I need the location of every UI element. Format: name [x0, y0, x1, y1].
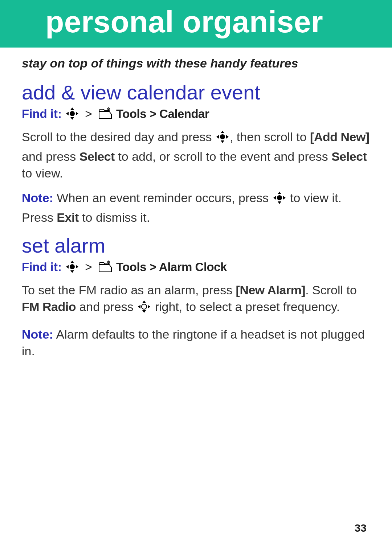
note-label: Note:	[22, 191, 53, 205]
text: . Scroll to	[305, 283, 357, 297]
nav-key-filled-icon	[272, 191, 287, 209]
alarm-note: Note: Alarm defaults to the ringtone if …	[22, 326, 370, 360]
svg-marker-1	[70, 107, 74, 110]
text: to dismiss it.	[79, 210, 150, 224]
bold-text: Exit	[57, 210, 78, 224]
svg-point-10	[277, 195, 282, 200]
svg-marker-4	[76, 112, 78, 115]
bold-text: [Add New]	[310, 130, 369, 144]
bold-text: FM Radio	[22, 300, 76, 314]
nav-path-text: Tools > Alarm Clock	[116, 260, 227, 274]
svg-marker-21	[142, 301, 146, 303]
find-it-label: Find it:	[22, 260, 62, 274]
svg-point-0	[70, 111, 75, 116]
svg-marker-24	[148, 305, 150, 308]
gt-sep: >	[83, 107, 94, 120]
text: to add, or scroll to the event and press	[115, 150, 331, 163]
calendar-body-1: Scroll to the desired day and press , th…	[22, 129, 370, 182]
svg-marker-3	[66, 112, 69, 115]
find-it-line-calendar: Find it: > Tools > Calendar	[22, 106, 370, 124]
svg-marker-13	[273, 196, 276, 200]
section-heading-calendar: add & view calendar event	[22, 81, 370, 104]
note-label: Note:	[22, 327, 53, 341]
nav-key-filled-icon	[65, 106, 79, 124]
svg-marker-14	[283, 196, 286, 200]
chapter-title: personal organiser	[45, 5, 323, 39]
svg-point-20	[142, 304, 147, 309]
svg-marker-17	[70, 270, 74, 273]
svg-marker-9	[226, 135, 229, 139]
svg-marker-22	[142, 310, 146, 313]
alarm-body-1: To set the FM radio as an alarm, press […	[22, 282, 370, 318]
find-it-line-alarm: Find it: > Tools > Alarm Clock	[22, 259, 370, 277]
manual-page: personal organiser stay on top of things…	[0, 0, 392, 556]
svg-marker-19	[76, 265, 78, 269]
nav-key-open-icon	[137, 299, 151, 318]
text: Alarm defaults to the ringtone if a head…	[22, 327, 365, 358]
svg-marker-16	[70, 261, 74, 263]
section-heading-alarm: set alarm	[22, 234, 370, 257]
svg-marker-11	[278, 192, 281, 194]
page-content: stay on top of things with these handy f…	[0, 48, 392, 360]
chapter-banner: personal organiser	[0, 0, 392, 48]
svg-point-15	[70, 264, 75, 269]
calendar-note: Note: When an event reminder occurs, pre…	[22, 190, 370, 226]
text: To set the FM radio as an alarm, press	[22, 283, 236, 297]
svg-marker-12	[278, 201, 281, 204]
tools-icon	[98, 259, 113, 277]
svg-marker-7	[221, 140, 224, 143]
text: , then scroll to	[230, 130, 310, 144]
svg-marker-2	[70, 117, 74, 120]
tools-icon	[98, 106, 113, 124]
svg-marker-6	[221, 131, 224, 133]
nav-key-filled-icon	[65, 259, 79, 277]
gt-sep: >	[83, 260, 94, 274]
text: Scroll to the desired day and press	[22, 130, 215, 144]
text: and press	[76, 300, 137, 314]
nav-path-text: Tools > Calendar	[116, 107, 209, 120]
tagline: stay on top of things with these handy f…	[22, 56, 370, 70]
text: and press	[22, 150, 79, 163]
page-number: 33	[355, 522, 367, 534]
svg-point-5	[220, 134, 225, 139]
text: to view.	[22, 166, 63, 180]
bold-text: Select	[79, 150, 115, 163]
bold-text: [New Alarm]	[236, 283, 306, 297]
svg-marker-23	[138, 305, 140, 308]
nav-key-filled-icon	[215, 130, 230, 148]
svg-marker-18	[66, 265, 69, 269]
find-it-label: Find it:	[22, 107, 62, 120]
text: When an event reminder occurs, press	[53, 191, 272, 205]
svg-marker-8	[216, 135, 219, 139]
bold-text: Select	[331, 150, 367, 163]
text: right, to select a preset frequency.	[151, 300, 340, 314]
